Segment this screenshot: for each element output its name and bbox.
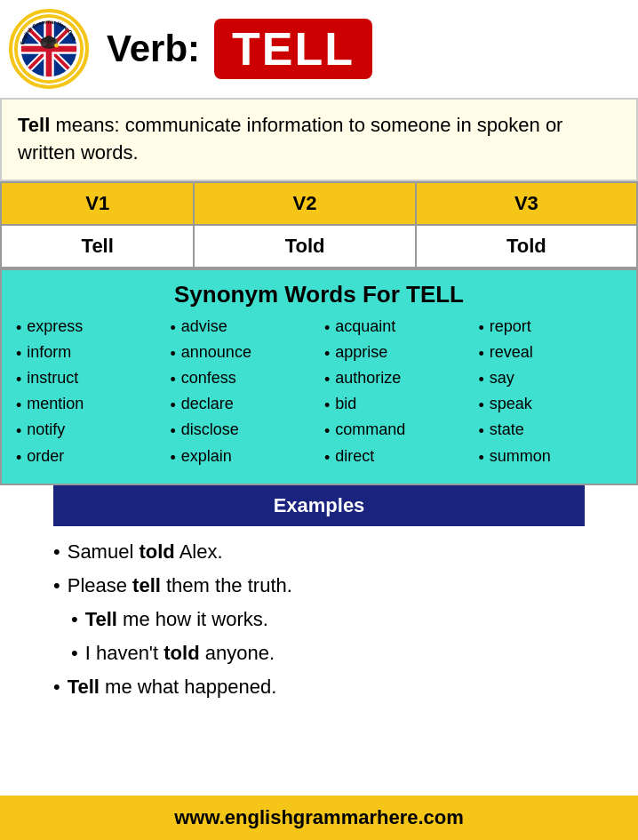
- v1-header: V1: [1, 182, 194, 225]
- header-title-wrap: Verb: TELL: [107, 19, 620, 79]
- bold-tell-def: Tell: [18, 114, 50, 136]
- list-item: notify: [16, 419, 160, 444]
- verb-label: Verb:: [107, 28, 200, 70]
- synonym-col-1: express inform instruct mention notify o…: [11, 316, 165, 471]
- example-text: Samuel told Alex.: [68, 540, 223, 564]
- v3-value: Told: [416, 225, 637, 268]
- example-item-3: Tell me how it works.: [53, 603, 602, 636]
- list-item: advise: [171, 316, 315, 341]
- footer-url: www.englishgrammarhere.com: [174, 806, 464, 828]
- examples-section: Examples Samuel told Alex. Please tell t…: [0, 485, 638, 722]
- list-item: bid: [324, 393, 468, 419]
- list-item: report: [479, 316, 623, 341]
- list-item: announce: [171, 341, 315, 367]
- list-item: inform: [16, 341, 160, 367]
- v1-value: Tell: [1, 225, 194, 268]
- list-item: confess: [171, 367, 315, 393]
- list-item: instruct: [16, 367, 160, 393]
- example-text: I haven't told anyone.: [85, 642, 275, 665]
- v2-value: Told: [194, 225, 415, 268]
- list-item: mention: [16, 393, 160, 419]
- list-item: disclose: [171, 419, 315, 444]
- forms-table: V1 V2 V3 Tell Told Told: [0, 181, 638, 268]
- list-item: state: [479, 419, 623, 444]
- list-item: authorize: [324, 367, 468, 393]
- examples-list: Samuel told Alex. Please tell them the t…: [0, 526, 638, 713]
- synonym-col-4: report reveal say speak state summon: [474, 316, 628, 471]
- examples-header: Examples: [53, 485, 585, 526]
- definition-box: Tell means: communicate information to s…: [0, 98, 638, 181]
- list-item: explain: [171, 445, 315, 471]
- synonym-col-3: acquaint apprise authorize bid command d…: [319, 316, 474, 471]
- logo-svg: English Grammar Here.Com: [12, 11, 85, 87]
- synonym-col-2: advise announce confess declare disclose…: [165, 316, 320, 471]
- list-item: reveal: [479, 341, 623, 367]
- definition-text: means: communicate information to someon…: [18, 114, 562, 164]
- list-item: acquaint: [324, 316, 468, 341]
- v2-header: V2: [194, 182, 415, 225]
- list-item: speak: [479, 393, 623, 419]
- list-item: order: [16, 445, 160, 471]
- list-item: summon: [479, 445, 623, 471]
- v3-header: V3: [416, 182, 637, 225]
- example-item-5: Tell me what happened.: [53, 670, 602, 704]
- verb-word: TELL: [214, 19, 372, 79]
- example-text: Tell me what happened.: [68, 676, 277, 699]
- list-item: apprise: [324, 341, 468, 367]
- svg-point-16: [54, 44, 59, 48]
- example-item-1: Samuel told Alex.: [53, 535, 602, 569]
- logo-circle: English Grammar Here.Com: [9, 9, 89, 89]
- footer: www.englishgrammarhere.com: [0, 796, 638, 840]
- list-item: command: [324, 419, 468, 444]
- synonym-section: Synonym Words For TELL express inform in…: [0, 268, 638, 485]
- list-item: say: [479, 367, 623, 393]
- synonym-title-prefix: Synonym Words For: [174, 281, 406, 308]
- header-section: English Grammar Here.Com Verb: TELL: [0, 0, 638, 98]
- example-text: Tell me how it works.: [85, 608, 268, 631]
- example-item-2: Please tell them the truth.: [53, 569, 602, 603]
- list-item: declare: [171, 393, 315, 419]
- list-item: direct: [324, 445, 468, 471]
- synonym-title: Synonym Words For TELL: [2, 270, 636, 316]
- example-item-4: I haven't told anyone.: [53, 636, 602, 670]
- list-item: express: [16, 316, 160, 341]
- synonym-title-bold: TELL: [406, 281, 464, 308]
- synonym-columns: express inform instruct mention notify o…: [2, 316, 636, 471]
- example-text: Please tell them the truth.: [68, 574, 292, 597]
